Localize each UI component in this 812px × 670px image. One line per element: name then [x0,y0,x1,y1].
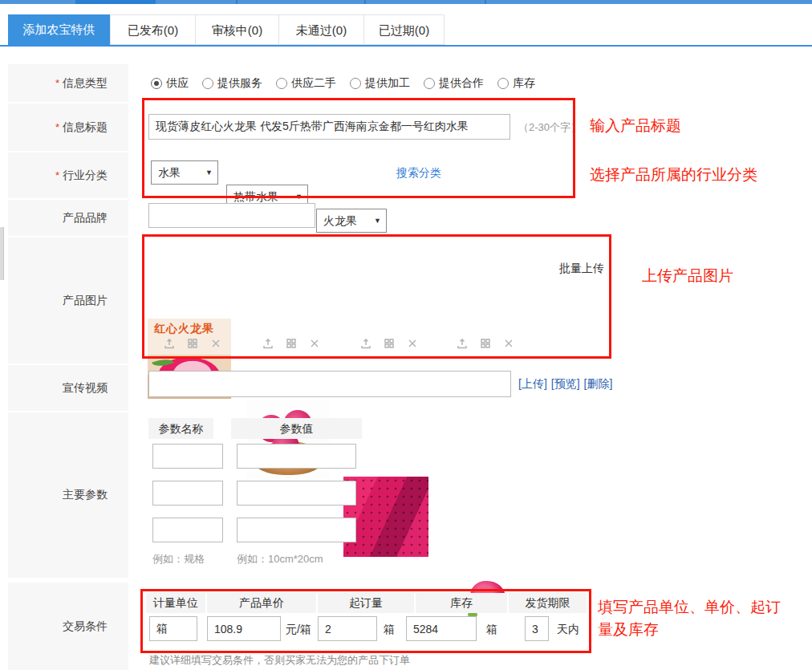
browser-active-tab-strip [75,0,156,4]
unit-input[interactable] [149,616,197,641]
param-value-input-3[interactable] [237,518,356,542]
grid-icon[interactable] [479,337,492,350]
grid-icon[interactable] [285,337,298,350]
label-video: 宣传视频 [8,365,128,411]
radio-label: 提供加工 [365,76,410,91]
close-icon[interactable] [406,337,419,350]
selected-value: 火龙果 [323,214,357,227]
chevron-down-icon: ▼ [374,209,381,232]
radio-icon[interactable] [350,78,361,89]
category-select-level1[interactable]: 水果 ▼ [151,160,218,185]
price-unit-suffix: 元/箱 [286,623,311,637]
param-value-example: 例如：10cm*20cm [237,552,323,566]
radio-option-secondhand[interactable]: 供应二手 [276,76,336,91]
grid-icon[interactable] [383,337,396,350]
label-text: 行业分类 [63,169,108,183]
video-upload-link[interactable]: [上传] [518,377,547,392]
image-2-tools [262,337,321,350]
label-category: * 行业分类 [8,152,128,198]
close-icon[interactable] [209,337,222,350]
image-1-tools [163,337,222,350]
label-params: 主要参数 [8,412,128,578]
delivery-input[interactable] [525,616,549,641]
label-text: 交易条件 [63,619,108,634]
radio-icon[interactable] [497,78,509,89]
radio-label: 供应二手 [291,76,336,91]
grid-icon[interactable] [186,337,199,350]
search-category-link[interactable]: 搜索分类 [396,166,441,181]
brand-input[interactable] [148,203,315,228]
radio-icon[interactable] [424,78,435,89]
label-info-type: * 信息类型 [8,64,128,102]
batch-upload-button[interactable]: 批量上传 [559,262,604,276]
trade-header-unit: 计量单位 [146,593,205,613]
radio-option-processing[interactable]: 提供加工 [350,76,410,91]
label-images: 产品图片 [8,238,128,363]
radio-icon[interactable] [202,78,213,89]
radio-label: 库存 [513,76,535,91]
param-value-input-2[interactable] [237,481,356,506]
trade-header-price: 产品单价 [207,593,316,613]
param-name-input-1[interactable] [152,444,223,469]
tab-published[interactable]: 已发布(0) [110,14,196,45]
tab-in-review[interactable]: 审核中(0) [195,14,279,45]
radio-option-inventory[interactable]: 库存 [497,76,535,91]
label-trade: 交易条件 [8,583,128,670]
video-delete-link[interactable]: [删除] [584,377,613,392]
label-text: 信息标题 [63,120,108,135]
info-type-radio-group: 供应 提供服务 供应二手 提供加工 提供合作 库存 [151,71,535,95]
radio-icon[interactable] [151,78,162,89]
required-asterisk: * [55,121,59,133]
close-icon[interactable] [502,337,515,350]
radio-option-cooperation[interactable]: 提供合作 [424,76,484,91]
video-url-input[interactable] [148,371,511,397]
label-text: 主要参数 [63,488,108,502]
param-value-input-1[interactable] [237,444,356,469]
param-name-example: 例如：规格 [152,552,205,566]
delivery-suffix: 天内 [557,623,579,637]
label-text: 产品品牌 [63,211,108,225]
tabs-underline [0,45,812,47]
radio-label: 供应 [166,76,189,91]
annotation-trade-line2: 量及库存 [598,619,659,640]
radio-label: 提供合作 [439,76,484,91]
stock-suffix: 箱 [486,623,497,637]
annotation-trade-line1: 填写产品单位、单价、起订 [598,597,781,618]
tab-rejected[interactable]: 未通过(0) [278,14,364,45]
param-name-input-2[interactable] [152,481,223,506]
min-order-input[interactable] [318,616,377,641]
category-select-level3[interactable]: 火龙果 ▼ [316,209,387,233]
video-preview-link[interactable]: [预览] [551,377,580,392]
browser-tab-separator [485,0,486,4]
scrollbar-fragment[interactable] [0,227,4,280]
image-3-tools [359,337,419,350]
tab-add-special-supply[interactable]: 添加农宝特供 [8,14,110,45]
image-overlay-text: 红心火龙果 [154,322,214,336]
label-text: 信息类型 [63,76,108,91]
trade-note: 建议详细填写交易条件，否则买家无法为您的产品下订单 [149,653,410,668]
browser-tab-separator [236,0,238,4]
annotation-images: 上传产品图片 [642,266,733,286]
upload-icon[interactable] [456,337,469,350]
upload-icon[interactable] [163,337,176,350]
close-icon[interactable] [308,337,321,350]
selected-value: 热带水果 [233,190,278,203]
tab-expired[interactable]: 已过期(0) [363,14,445,45]
price-input[interactable] [207,616,281,641]
upload-icon[interactable] [262,337,274,350]
annotation-title: 输入产品标题 [590,116,681,136]
title-input[interactable] [148,114,510,140]
param-name-input-3[interactable] [152,518,223,542]
browser-strip [0,0,812,4]
browser-tab-separator [364,0,366,4]
radio-option-supply[interactable]: 供应 [151,76,189,91]
label-title: * 信息标题 [8,104,128,151]
label-text: 产品图片 [63,294,108,308]
radio-option-service[interactable]: 提供服务 [202,76,262,91]
title-length-hint: （2-30个字） [518,120,581,135]
upload-icon[interactable] [359,337,372,350]
radio-icon[interactable] [276,78,287,89]
label-text: 宣传视频 [63,381,108,396]
stock-input[interactable] [406,616,477,641]
required-asterisk: * [55,169,59,181]
